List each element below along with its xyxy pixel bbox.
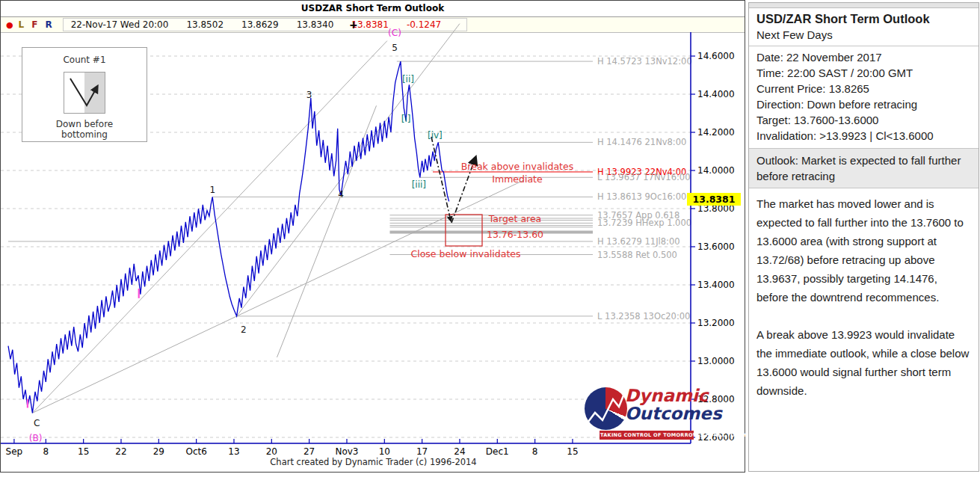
x-tick-label: 17 — [416, 446, 428, 457]
wave-label: 5 — [392, 43, 398, 53]
dynamic-outcomes-logo: Dynamic Outcomes TAKING CONTROL OF TOMOR… — [583, 387, 694, 446]
y-tick-label: 13.2000 — [697, 318, 735, 328]
wave-label: [ii] — [402, 74, 414, 84]
count-box-title: Count #1 — [22, 55, 147, 65]
wave-label: 2 — [241, 324, 247, 335]
x-tick-label: 15 — [567, 446, 578, 457]
count-box-caption-2: bottoming — [22, 129, 147, 140]
count-pattern-icon — [64, 72, 105, 114]
count-annotation-box: Count #1 Down before bottoming — [22, 47, 147, 142]
wave-label: 3 — [306, 90, 312, 100]
logo-tagline: TAKING CONTROL OF TOMORROW'S FOREX TODAY — [600, 431, 694, 440]
annotation-text: Target area — [488, 213, 542, 224]
x-tick-label: 20 — [266, 446, 277, 457]
panel-time: Time: 22:00 SAST / 20:00 GMT — [756, 65, 971, 81]
y-tick-label: 14.0000 — [697, 165, 735, 176]
chart-text-label: H 14.1476 21Nv8:00 — [597, 137, 686, 147]
panel-meta: Date: 22 November 2017 Time: 22:00 SAST … — [749, 46, 979, 149]
wave-label: 4 — [338, 189, 344, 200]
count-box-caption-1: Down before — [22, 119, 147, 129]
panel-subtitle: Next Few Days — [756, 28, 971, 41]
current-price-tag-label: 13.8381 — [693, 194, 736, 205]
chart-window: USDZAR Short Term Outlook ● L F R 22-Nov… — [0, 0, 745, 473]
chart-text-label: 13.7239 HHexp 1.000 — [597, 218, 691, 228]
wave-label: C — [34, 418, 40, 428]
panel-invalidation: Invalidation: >13.9923 | Cl<13.6000 — [756, 128, 971, 144]
y-tick-label: 14.6000 — [697, 51, 735, 61]
y-tick-label: 13.0000 — [697, 356, 735, 366]
annotation-text: Immediate — [492, 173, 543, 185]
x-tick-label: Nov3 — [335, 446, 358, 457]
chart-copyright: Chart created by Dynamic Trader (c) 1996… — [1, 457, 746, 467]
panel-outlook: Outlook: Market is expected to fall furt… — [749, 149, 979, 188]
x-tick-label: 10 — [379, 446, 390, 457]
x-tick-label: Sep — [6, 446, 23, 457]
y-tick-label: 14.2000 — [697, 127, 735, 138]
projection-arrow — [431, 137, 451, 221]
wave-label: [i] — [401, 114, 411, 124]
panel-header: USD/ZAR Short Term Outlook Next Few Days — [749, 8, 979, 46]
annotation-text: Close below invalidates — [410, 248, 520, 259]
wave-label: (B) — [29, 433, 43, 443]
x-tick-label: 27 — [303, 446, 315, 457]
logo-word-outcomes: Outcomes — [625, 404, 722, 423]
y-tick-label: 13.6000 — [697, 241, 735, 252]
x-tick-label: 24 — [454, 446, 465, 457]
panel-paragraph-2: A break above 13.9923 would invalidate t… — [756, 325, 971, 400]
wave-label: (C) — [388, 28, 401, 38]
chart-text-label: H 13.8613 9Oc16:00 — [597, 191, 686, 202]
x-tick-label: 8 — [532, 446, 538, 457]
trend-line — [277, 105, 377, 357]
x-tick-label: 15 — [78, 446, 89, 457]
panel-direction: Direction: Down before retracing — [756, 96, 971, 112]
logo-word-dynamic: Dynamic — [625, 386, 708, 405]
panel-paragraph-1: The market has moved lower and is expect… — [756, 194, 971, 307]
x-tick-label: 22 — [115, 446, 126, 457]
wave-label: [iii] — [412, 179, 426, 190]
chart-text-label: H 13.6279 11Jl8:00 — [597, 236, 680, 247]
wave-label: 1 — [209, 185, 215, 195]
chart-text-label: 13.5588 Ret 0.500 — [597, 250, 677, 260]
chart-text-label: L 13.9637 17Nv16:00 — [597, 172, 690, 182]
x-tick-label: 13 — [228, 446, 239, 457]
panel-current-price: Current Price: 13.8265 — [756, 81, 971, 96]
annotation-text: 13.76-13.60 — [487, 229, 543, 240]
x-tick-label: 29 — [153, 446, 164, 457]
x-tick-label: Oct6 — [185, 446, 206, 457]
panel-top-strip — [749, 3, 979, 8]
panel-title: USD/ZAR Short Term Outlook — [756, 12, 971, 26]
y-tick-label: 13.4000 — [697, 280, 735, 290]
panel-target: Target: 13.7600-13.6000 — [756, 112, 971, 128]
analysis-panel: USD/ZAR Short Term Outlook Next Few Days… — [748, 2, 979, 472]
panel-body: The market has moved lower and is expect… — [749, 188, 979, 425]
chart-text-label: L 13.2358 13Oc20:00 — [597, 311, 690, 321]
wave-label: [iv] — [428, 130, 443, 141]
panel-date: Date: 22 November 2017 — [756, 49, 971, 65]
y-tick-label: 14.4000 — [697, 89, 735, 99]
chart-text-label: H 14.5723 13Nv12:00 — [597, 56, 692, 67]
annotation-text: Break above invalidates — [461, 161, 573, 172]
x-tick-label: Dec1 — [486, 446, 509, 457]
x-tick-label: 8 — [43, 446, 49, 457]
